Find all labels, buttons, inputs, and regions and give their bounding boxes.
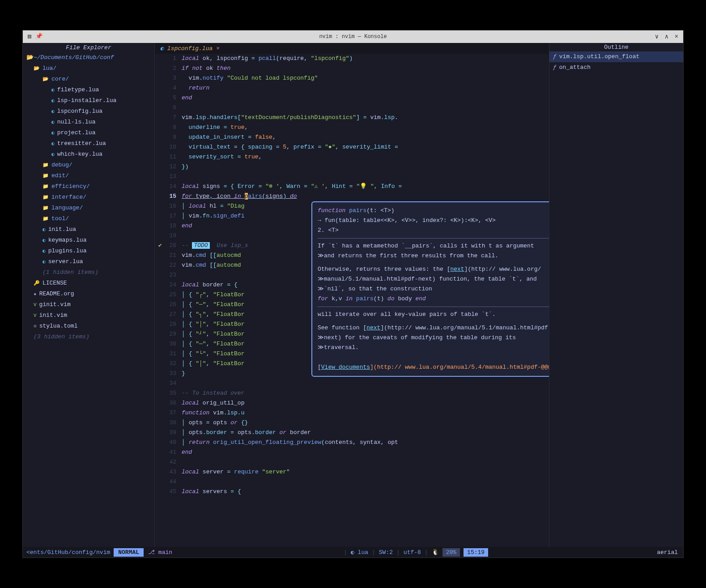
code-line[interactable] <box>182 457 549 467</box>
next-link-2[interactable]: next <box>366 324 380 331</box>
file-tree-item[interactable]: ◐server.lua <box>23 256 154 267</box>
file-tree-item[interactable]: 📁language/ <box>23 203 154 213</box>
code-line[interactable]: end <box>182 447 549 457</box>
code-line[interactable]: return <box>182 83 549 93</box>
minimize-button[interactable]: ∨ <box>654 34 660 40</box>
toml-icon: ⚙ <box>34 321 37 331</box>
code-line[interactable]: local servers = { <box>182 487 549 497</box>
menu-icon[interactable]: ▤ <box>26 34 33 40</box>
file-tree-item[interactable]: ★README.org <box>23 289 154 299</box>
code-line[interactable]: local ok, lspconfig = pcall(require, "ls… <box>182 54 549 64</box>
file-tree-item[interactable]: ◐lsp-installer.lua <box>23 95 154 106</box>
gutter: 12345678910111213141516171819✔2021222324… <box>155 54 182 547</box>
file-tree-item[interactable]: 📁edit/ <box>23 170 154 181</box>
file-tree-item[interactable]: Vginit.vim <box>23 299 154 310</box>
hover-p4c: ≫next) for the caveats of modifying the … <box>318 333 549 343</box>
outline-item[interactable]: ƒon_attach <box>549 62 683 73</box>
code-line[interactable]: │ opts.border = opts.border or border <box>182 428 549 438</box>
titlebar[interactable]: ▤ 📌 nvim : nvim — Konsole ∨ ∧ × <box>23 30 683 43</box>
file-tree-item[interactable]: ◐treesitter.lua <box>23 138 154 149</box>
file-tree-item[interactable]: 📁tool/ <box>23 213 154 224</box>
status-path: <ents/GitHub/config/nvim <box>23 549 114 556</box>
code-line[interactable]: for type, icon in pairs(signs) do <box>182 192 549 201</box>
readme-icon: ★ <box>34 289 37 299</box>
konsole-window: ▤ 📌 nvim : nvim — Konsole ∨ ∧ × File Exp… <box>22 30 684 558</box>
code-line[interactable]: vim.lsp.handlers["textDocument/publishDi… <box>182 113 549 123</box>
maximize-button[interactable]: ∧ <box>663 34 670 40</box>
code-line[interactable]: │ opts = opts or {} <box>182 418 549 428</box>
code-line[interactable]: end <box>182 93 549 103</box>
code-line[interactable] <box>182 379 549 388</box>
pin-icon[interactable]: 📌 <box>35 34 42 40</box>
lua-icon: ◐ <box>43 257 46 267</box>
folder-closed-icon: 📁 <box>43 171 49 181</box>
code-area[interactable]: 12345678910111213141516171819✔2021222324… <box>155 54 549 547</box>
status-pos: 15:19 <box>464 548 488 557</box>
file-tree-item[interactable]: ◐project.lua <box>23 128 154 138</box>
file-tree-item[interactable]: 📂lua/ <box>23 63 154 74</box>
code-line[interactable]: underline = true, <box>182 123 549 132</box>
file-tree-item: (3 hidden items) <box>23 332 154 342</box>
file-tree-item[interactable]: ◐keymaps.lua <box>23 235 154 246</box>
app-body: File Explorer 📂 ~/Documents/GitHub/conf … <box>23 43 683 547</box>
view-documents-link[interactable]: View documents <box>321 364 370 371</box>
folder-closed-icon: 📁 <box>43 182 49 192</box>
folder-closed-icon: 📁 <box>43 160 49 170</box>
file-tree-item[interactable]: 📁debug/ <box>23 160 154 170</box>
file-explorer-title: File Explorer <box>23 43 154 52</box>
code-line[interactable] <box>182 103 549 113</box>
status-sw: SW:2 <box>379 549 393 556</box>
file-tree-item[interactable]: 📂core/ <box>23 74 154 85</box>
lua-icon: ◐ <box>51 149 55 159</box>
code-line[interactable] <box>182 477 549 487</box>
lua-icon: ◐ <box>51 107 55 116</box>
code-line[interactable]: update_in_insert = false, <box>182 132 549 142</box>
outline-panel[interactable]: Outline ƒvim.lsp.util.open_floatƒon_atta… <box>549 43 683 547</box>
folder-open-icon: 📂 <box>34 64 40 73</box>
code-line[interactable]: virtual_text = { spacing = 5, prefix = "… <box>182 142 549 152</box>
hover-p4d: ≫traversal. <box>318 343 549 353</box>
tab-bar: ◐ lspconfig.lua × <box>155 43 549 54</box>
code-line[interactable]: local server = require "server" <box>182 467 549 477</box>
code-line[interactable]: local signs = { Error = "⊗ ', Warn = "⚠ … <box>182 182 549 192</box>
code-line[interactable]: severity_sort = true, <box>182 152 549 162</box>
file-tree-item[interactable]: ⚙stylua.toml <box>23 321 154 332</box>
hover-p1b: ≫and returns the first three results fro… <box>318 251 549 261</box>
code-line[interactable]: vim.notify "Could not load lspconfig" <box>182 73 549 83</box>
file-tree-item[interactable]: 📁interface/ <box>23 192 154 203</box>
folder-closed-icon: 📁 <box>43 214 49 224</box>
folder-closed-icon: 📁 <box>43 192 49 202</box>
code-line[interactable]: local orig_util_op <box>182 398 549 408</box>
lsp-hover-popup[interactable]: function pairs(t: <T>) → fun(table: tabl… <box>311 201 549 377</box>
code-line[interactable]: │ return orig_util_open_floating_preview… <box>182 438 549 447</box>
file-tree-item[interactable]: 🔑LICENSE <box>23 278 154 289</box>
file-tree-item[interactable]: ◐which-key.lua <box>23 149 154 160</box>
hover-code: for k,v in pairs(t) do body end <box>318 294 549 304</box>
code-line[interactable]: function vim.lsp.u <box>182 408 549 418</box>
file-explorer-root[interactable]: 📂 ~/Documents/GitHub/conf <box>23 52 154 63</box>
code-line[interactable]: -- To instead over <box>182 388 549 398</box>
lua-icon: ◐ <box>51 85 55 95</box>
hover-viewdoc: [View documents](http:// www.lua.org/man… <box>318 362 549 372</box>
file-tree-item[interactable]: ◐lspconfig.lua <box>23 106 154 117</box>
tab-close-icon[interactable]: × <box>216 45 220 52</box>
close-button[interactable]: × <box>673 34 680 40</box>
code-line[interactable] <box>182 172 549 182</box>
file-tree-item[interactable]: ◐init.lua <box>23 224 154 235</box>
code-line[interactable]: }) <box>182 162 549 172</box>
code-line[interactable]: if not ok then <box>182 64 549 73</box>
vim-icon: V <box>34 311 37 320</box>
tab-lspconfig[interactable]: ◐ lspconfig.lua × <box>155 44 225 53</box>
function-icon: ƒ <box>553 64 557 71</box>
outline-item[interactable]: ƒvim.lsp.util.open_float <box>549 51 683 62</box>
file-tree-item[interactable]: ◐filetype.lua <box>23 85 154 95</box>
editor[interactable]: ◐ lspconfig.lua × 1234567891011121314151… <box>155 43 549 547</box>
file-tree-item[interactable]: Vinit.vim <box>23 310 154 321</box>
lua-icon: ◐ <box>51 128 55 138</box>
next-link[interactable]: next <box>450 266 464 273</box>
statusline: <ents/GitHub/config/nvim NORMAL ⎇ main |… <box>23 547 683 558</box>
file-tree-item[interactable]: ◐null-ls.lua <box>23 117 154 128</box>
file-tree-item[interactable]: ◐plugins.lua <box>23 246 154 256</box>
file-tree-item[interactable]: 📁efficiency/ <box>23 181 154 192</box>
file-explorer[interactable]: File Explorer 📂 ~/Documents/GitHub/conf … <box>23 43 155 547</box>
